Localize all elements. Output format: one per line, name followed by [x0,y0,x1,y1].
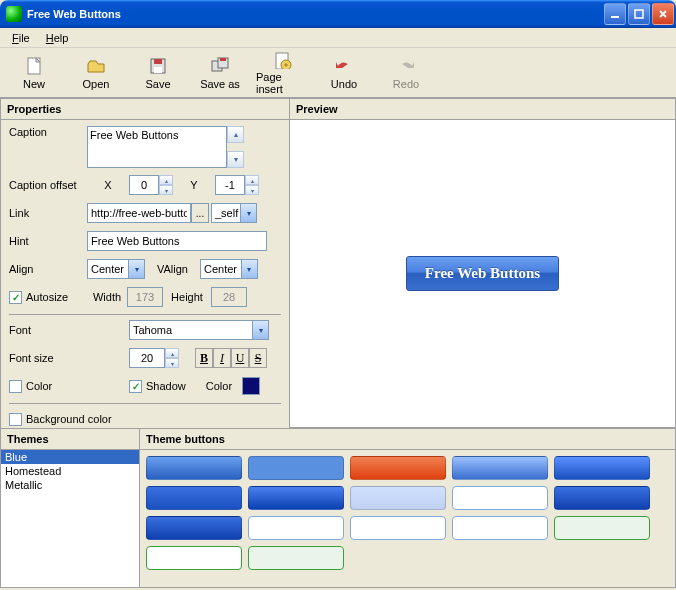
offset-x-input[interactable] [129,175,159,195]
bgcolor-checkbox[interactable]: Background color [9,413,112,426]
pageinsert-button[interactable]: Page insert [256,51,308,95]
offset-y-up[interactable]: ▴ [245,175,259,185]
offset-x-up[interactable]: ▴ [159,175,173,185]
redo-button[interactable]: Redo [380,51,432,95]
caption-scroll-up[interactable]: ▴ [227,126,244,143]
theme-button[interactable] [350,486,446,510]
width-input[interactable] [127,287,163,307]
minimize-button[interactable] [604,3,626,25]
strike-button[interactable]: S [249,348,267,368]
save-button[interactable]: Save [132,51,184,95]
shadowcolor-label: Color [206,380,232,392]
properties-header: Properties [1,99,289,120]
theme-buttons-panel: Theme buttons [140,428,676,588]
fontsize-up[interactable]: ▴ [165,348,179,358]
chevron-down-icon: ▾ [252,321,268,339]
bold-button[interactable]: B [195,348,213,368]
offset-y-input[interactable] [215,175,245,195]
close-button[interactable] [652,3,674,25]
height-input[interactable] [211,287,247,307]
properties-panel: Properties Caption Free Web Buttons ▴ ▾ … [0,98,290,428]
theme-button[interactable] [350,516,446,540]
preview-panel: Preview Free Web Buttons [290,98,676,428]
theme-button[interactable] [248,516,344,540]
shadowcolor-swatch[interactable] [242,377,260,395]
textcolor-checkbox[interactable]: Color [9,380,87,393]
fontsize-down[interactable]: ▾ [165,358,179,368]
hint-input[interactable] [87,231,267,251]
theme-buttons-grid [140,450,675,587]
toolbar: New Open Save Save as Page insert Undo R… [0,48,676,98]
theme-button[interactable] [146,546,242,570]
app-icon [6,6,22,22]
theme-item[interactable]: Metallic [1,478,139,492]
svg-rect-4 [154,59,162,64]
caption-scroll-down[interactable]: ▾ [227,151,244,168]
maximize-button[interactable] [628,3,650,25]
font-select[interactable]: Tahoma▾ [129,320,269,340]
theme-button[interactable] [350,456,446,480]
themes-panel: Themes BlueHomesteadMetallic [0,428,140,588]
hint-label: Hint [9,235,87,247]
theme-button[interactable] [554,516,650,540]
themes-header: Themes [1,429,139,450]
undo-button[interactable]: Undo [318,51,370,95]
svg-rect-5 [154,67,162,73]
preview-header: Preview [290,99,675,120]
offset-y-down[interactable]: ▾ [245,185,259,195]
height-label: Height [163,291,211,303]
svg-rect-1 [635,10,643,18]
theme-item[interactable]: Blue [1,450,139,464]
chevron-down-icon: ▾ [241,260,257,278]
theme-item[interactable]: Homestead [1,464,139,478]
link-browse-button[interactable]: ... [191,203,209,223]
themes-list: BlueHomesteadMetallic [1,450,139,587]
menu-file[interactable]: File [4,30,38,46]
width-label: Width [87,291,127,303]
theme-button[interactable] [248,546,344,570]
theme-button[interactable] [248,486,344,510]
saveas-button[interactable]: Save as [194,51,246,95]
chevron-down-icon: ▾ [240,204,256,222]
shadow-checkbox[interactable]: ✓Shadow [129,380,186,393]
chevron-down-icon: ▾ [128,260,144,278]
target-select[interactable]: _self▾ [211,203,257,223]
underline-button[interactable]: U [231,348,249,368]
caption-input[interactable]: Free Web Buttons [87,126,227,168]
theme-button[interactable] [146,516,242,540]
new-button[interactable]: New [8,51,60,95]
link-label: Link [9,207,87,219]
caption-offset-label: Caption offset [9,179,87,191]
align-select[interactable]: Center▾ [87,259,145,279]
link-input[interactable] [87,203,191,223]
x-label: X [87,179,129,191]
italic-button[interactable]: I [213,348,231,368]
theme-button[interactable] [452,486,548,510]
autosize-checkbox[interactable]: ✓Autosize [9,291,87,304]
theme-button[interactable] [554,486,650,510]
offset-x-down[interactable]: ▾ [159,185,173,195]
caption-label: Caption [9,126,87,138]
valign-select[interactable]: Center▾ [200,259,258,279]
menu-help[interactable]: Help [38,30,77,46]
valign-label: VAlign [157,263,188,275]
fontsize-input[interactable] [129,348,165,368]
menubar: File Help [0,28,676,48]
fontsize-label: Font size [9,352,129,364]
theme-button[interactable] [452,516,548,540]
titlebar: Free Web Buttons [0,0,676,28]
theme-button[interactable] [452,456,548,480]
window-title: Free Web Buttons [27,8,604,20]
theme-button[interactable] [146,456,242,480]
svg-rect-0 [611,16,619,18]
theme-button[interactable] [554,456,650,480]
preview-button[interactable]: Free Web Buttons [406,256,559,291]
font-label: Font [9,324,129,336]
align-label: Align [9,263,87,275]
open-button[interactable]: Open [70,51,122,95]
theme-button[interactable] [248,456,344,480]
theme-buttons-header: Theme buttons [140,429,675,450]
svg-rect-8 [220,58,226,61]
theme-button[interactable] [146,486,242,510]
y-label: Y [173,179,215,191]
